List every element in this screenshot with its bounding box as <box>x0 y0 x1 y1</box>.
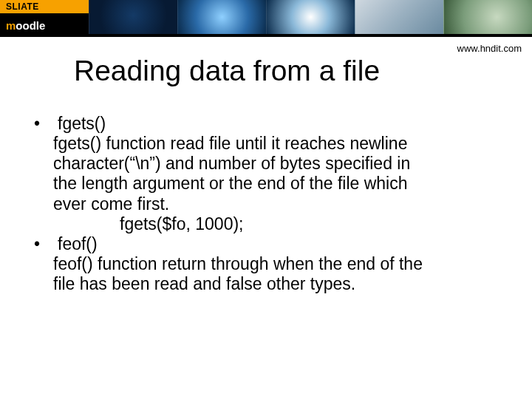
logo-bottom-text: moodle <box>6 19 45 32</box>
bullet-marker: • <box>31 114 58 134</box>
banner-image <box>355 0 443 34</box>
body-line: the length argument or the end of the fi… <box>31 174 501 194</box>
slide-body: •fgets() fgets() function read file unti… <box>31 114 501 294</box>
banner-image <box>266 0 355 34</box>
banner-image-strip <box>89 0 532 34</box>
header-banner: SLIATE moodle <box>0 0 532 37</box>
source-url: www.hndit.com <box>457 43 522 54</box>
bullet-text: fgets() <box>58 114 106 133</box>
banner-image <box>89 0 177 34</box>
logo-block: SLIATE moodle <box>0 0 89 34</box>
banner-image <box>443 0 532 34</box>
code-line: fgets($fo, 1000); <box>31 214 501 234</box>
body-line: character(“\n”) and number of bytes spec… <box>31 154 501 174</box>
bullet-item: •fgets() <box>31 114 501 134</box>
body-line: fgets() function read file until it reac… <box>31 134 501 154</box>
logo-top-text: SLIATE <box>6 1 39 12</box>
slide-title: Reading data from a file <box>74 55 532 87</box>
body-line: file has been read and false other types… <box>31 274 501 294</box>
banner-image <box>177 0 266 34</box>
bullet-text: feof() <box>58 234 98 253</box>
bullet-item: •feof() <box>31 234 501 254</box>
body-line: ever come first. <box>31 194 501 214</box>
bullet-marker: • <box>31 234 58 254</box>
body-line: feof() function return through when the … <box>31 254 501 274</box>
